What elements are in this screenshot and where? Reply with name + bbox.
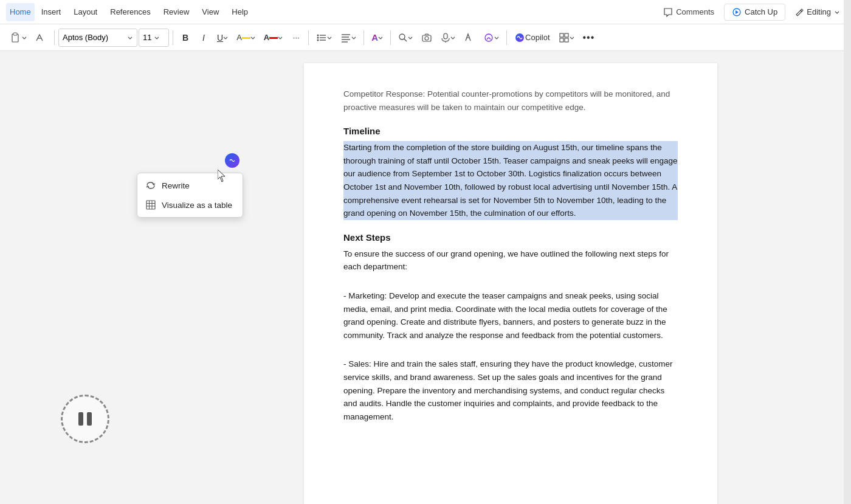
separator-4 <box>363 30 364 45</box>
chevron-down-icon <box>278 35 283 40</box>
separator-2 <box>173 30 173 45</box>
sidebar-left: Rewrite Visualize as a table <box>0 51 188 504</box>
sales-text: - Sales: Hire and train the sales staff,… <box>343 357 678 423</box>
underline-button[interactable]: U <box>213 29 232 47</box>
grid-icon <box>559 32 570 43</box>
camera-button[interactable] <box>418 29 436 47</box>
underline-text: U <box>217 33 223 43</box>
align-button[interactable] <box>337 29 360 47</box>
copilot-icon <box>514 32 525 43</box>
chevron-down-icon <box>570 35 574 40</box>
paste-icon <box>10 32 22 44</box>
menu-item-layout[interactable]: Layout <box>67 5 103 19</box>
spacer-2 <box>343 349 678 357</box>
chevron-down-icon <box>127 35 133 41</box>
competitor-response-text: Competitor Response: Potential counter-p… <box>343 88 678 114</box>
toolbar: Aptos (Body) 11 B I U A A ··· <box>0 24 851 51</box>
menu-item-review[interactable]: Review <box>157 5 196 19</box>
visualize-table-menu-item[interactable]: Visualize as a table <box>137 195 243 215</box>
comment-icon <box>663 7 673 17</box>
chevron-down-icon <box>378 35 383 40</box>
visualize-table-label: Visualize as a table <box>162 201 232 210</box>
menu-item-home[interactable]: Home <box>6 3 35 21</box>
paste-button[interactable] <box>6 29 30 47</box>
separator-5 <box>390 30 391 45</box>
microphone-button[interactable] <box>437 29 459 47</box>
font-color-button[interactable]: A <box>260 29 286 47</box>
svg-rect-22 <box>560 33 563 37</box>
context-menu: Rewrite Visualize as a table <box>137 173 243 218</box>
more-options-button[interactable]: ••• <box>579 29 599 47</box>
highlight-button[interactable]: A <box>233 29 259 47</box>
chevron-down-icon <box>494 35 499 40</box>
chevron-down-icon <box>834 9 840 15</box>
main-area: Rewrite Visualize as a table <box>0 51 851 504</box>
clipboard-group <box>5 29 50 47</box>
svg-rect-23 <box>565 33 568 37</box>
svg-point-5 <box>317 36 319 38</box>
rewrite-menu-item[interactable]: Rewrite <box>137 176 243 195</box>
font-family-select[interactable]: Aptos (Body) <box>58 29 137 47</box>
comments-button[interactable]: Comments <box>657 4 720 20</box>
menu-bar: Home Insert Layout References Review Vie… <box>0 0 851 24</box>
pen-icon <box>464 32 475 43</box>
scrollbar[interactable] <box>844 0 851 504</box>
marketing-text: - Marketing: Develop and execute the tea… <box>343 289 678 342</box>
highlight-text: A <box>236 33 242 42</box>
menu-item-insert[interactable]: Insert <box>35 5 67 19</box>
pause-icon <box>78 412 92 426</box>
catchup-icon <box>732 7 742 17</box>
separator-6 <box>506 30 507 45</box>
font-size-select[interactable]: 11 <box>139 29 169 47</box>
pencil-icon <box>795 8 804 16</box>
font-name-text: Aptos (Body) <box>63 33 125 42</box>
copilot-small-icon <box>228 156 236 165</box>
pause-bar-left <box>78 412 83 426</box>
menu-right-group: Comments Catch Up Editing <box>657 4 846 21</box>
chevron-down-icon <box>450 35 455 40</box>
bold-button[interactable]: B <box>177 29 194 47</box>
editing-button[interactable]: Editing <box>789 4 846 19</box>
text-effects-button[interactable]: A <box>368 29 387 47</box>
svg-rect-2 <box>13 33 17 35</box>
chevron-down-icon <box>351 35 356 40</box>
format-painter-button[interactable] <box>31 29 49 47</box>
more-dots: ••• <box>583 32 595 43</box>
menu-item-references[interactable]: References <box>104 5 156 19</box>
sidebar-right <box>833 51 851 504</box>
font-color-a: A <box>264 33 269 42</box>
bullet-list-icon <box>316 32 327 43</box>
menu-item-view[interactable]: View <box>196 5 225 19</box>
copilot-button[interactable]: Copilot <box>511 29 553 47</box>
search-button[interactable] <box>394 29 416 47</box>
comments-label: Comments <box>676 7 714 16</box>
text-a-icon: A <box>371 32 378 43</box>
table-icon <box>146 200 156 210</box>
italic-button[interactable]: I <box>195 29 212 47</box>
svg-line-14 <box>404 39 407 41</box>
bullet-list-button[interactable] <box>312 29 336 47</box>
drawing-icon <box>483 32 494 43</box>
pause-button[interactable] <box>61 395 109 443</box>
copilot-indicator <box>225 153 239 168</box>
more-format-button[interactable]: ··· <box>288 29 305 47</box>
document-area[interactable]: Competitor Response: Potential counter-p… <box>188 51 833 504</box>
catch-up-button[interactable]: Catch Up <box>724 4 785 21</box>
spacer-1 <box>343 281 678 289</box>
layout-view-button[interactable] <box>555 29 578 47</box>
chevron-down-icon <box>408 35 413 40</box>
chevron-down-icon <box>327 35 332 40</box>
svg-point-13 <box>399 34 405 40</box>
editing-label: Editing <box>807 7 831 16</box>
svg-rect-25 <box>565 38 568 42</box>
next-steps-heading: Next Steps <box>343 232 678 243</box>
microphone-icon <box>441 33 450 43</box>
rewrite-label: Rewrite <box>162 181 190 190</box>
separator-1 <box>54 30 55 45</box>
menu-item-help[interactable]: Help <box>226 5 254 19</box>
chevron-down-icon <box>250 35 255 40</box>
drawing-button[interactable] <box>480 29 503 47</box>
pen-button[interactable] <box>460 29 478 47</box>
svg-rect-24 <box>560 38 563 42</box>
svg-rect-17 <box>444 33 447 39</box>
